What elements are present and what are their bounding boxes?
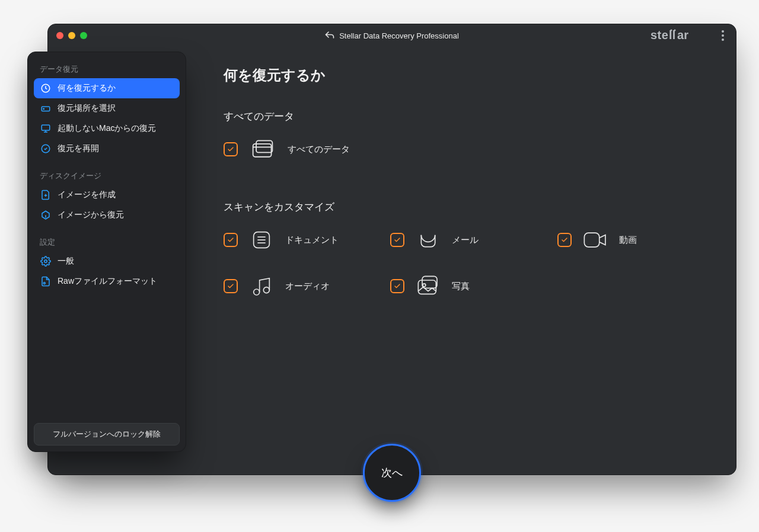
titlebar: Stellar Data Recovery Professional stell… <box>48 24 736 47</box>
unlock-button-label: フルバージョンへのロック解除 <box>53 429 161 440</box>
option-label: オーディオ <box>285 281 330 292</box>
sidebar-item-label: 何を復元するか <box>58 83 116 94</box>
option-label-all: すべてのデータ <box>288 144 350 155</box>
svg-point-10 <box>44 260 47 263</box>
option-label: メール <box>452 235 479 246</box>
svg-point-7 <box>43 108 44 110</box>
gear-icon <box>40 255 52 267</box>
window-controls <box>56 32 87 39</box>
unlock-full-version-button[interactable]: フルバージョンへのロック解除 <box>34 423 180 446</box>
svg-rect-21 <box>419 280 436 294</box>
svg-text:ar: ar <box>677 28 688 41</box>
mail-icon <box>415 227 441 253</box>
option-label: 動画 <box>619 235 637 246</box>
svg-text:ste: ste <box>650 28 668 41</box>
svg-rect-18 <box>584 233 599 247</box>
close-window-button[interactable] <box>56 32 63 39</box>
audio-icon <box>248 273 275 299</box>
checkbox-photo[interactable] <box>390 279 404 293</box>
option-label: 写真 <box>452 281 470 292</box>
checkbox-video[interactable] <box>557 233 572 247</box>
sidebar-item-what-to-recover[interactable]: 何を復元するか <box>34 78 180 98</box>
drive-icon <box>40 102 52 114</box>
sidebar-item-restore-from-image[interactable]: イメージから復元 <box>34 205 180 225</box>
option-mail: メール <box>390 227 545 253</box>
checkbox-mail[interactable] <box>390 233 404 247</box>
sidebar-item-raw-format[interactable]: Rawファイルフォーマット <box>34 271 180 291</box>
sidebar-item-label: イメージから復元 <box>58 210 124 220</box>
option-audio: オーディオ <box>224 273 378 299</box>
section-title-customize: スキャンをカスタマイズ <box>224 200 712 214</box>
sidebar-item-label: 一般 <box>58 256 74 267</box>
svg-point-22 <box>423 284 426 287</box>
option-photo: 写真 <box>390 273 545 299</box>
svg-point-3 <box>674 30 676 31</box>
checkbox-documents[interactable] <box>224 233 238 247</box>
sidebar-section-title: ディスクイメージ <box>34 167 180 185</box>
option-documents: ドキュメント <box>224 227 378 253</box>
next-button[interactable]: 次へ <box>363 444 421 502</box>
sidebar-item-label: イメージを作成 <box>58 190 116 200</box>
page-title: 何を復元するか <box>224 66 712 85</box>
sidebar-item-nonbooting-mac[interactable]: 起動しないMacからの復元 <box>34 118 180 139</box>
mac-monitor-icon <box>40 123 52 134</box>
sidebar-item-label: 復元場所を選択 <box>58 103 116 114</box>
sidebar-item-label: 起動しないMacからの復元 <box>58 123 156 134</box>
sidebar-section-title: 設定 <box>34 233 180 251</box>
svg-point-19 <box>254 289 260 295</box>
sidebar-item-resume-recovery[interactable]: 復元を再開 <box>34 139 180 159</box>
sidebar-section-title: データ復元 <box>34 60 180 78</box>
section-title-all-data: すべてのデータ <box>224 110 712 123</box>
resume-icon <box>40 143 52 155</box>
zoom-window-button[interactable] <box>80 32 87 39</box>
checkbox-audio[interactable] <box>224 279 238 293</box>
minimize-window-button[interactable] <box>68 32 75 39</box>
app-window: Stellar Data Recovery Professional stell… <box>47 24 736 475</box>
option-label: ドキュメント <box>285 235 339 246</box>
more-menu-button[interactable] <box>718 27 728 44</box>
window-title: Stellar Data Recovery Professional <box>339 31 459 40</box>
svg-point-20 <box>263 287 269 293</box>
sidebar-item-general-settings[interactable]: 一般 <box>34 251 180 271</box>
sidebar-item-label: 復元を再開 <box>58 143 99 154</box>
back-arrow-icon <box>325 31 334 41</box>
svg-point-11 <box>43 283 45 284</box>
raw-file-icon <box>40 275 52 287</box>
next-button-label: 次へ <box>381 466 403 480</box>
sidebar-item-create-image[interactable]: イメージを作成 <box>34 185 180 205</box>
checkbox-all-data[interactable] <box>224 142 238 156</box>
brand-logo: stellar <box>650 28 710 43</box>
document-icon <box>248 227 275 253</box>
restore-image-icon <box>40 209 52 221</box>
svg-point-2 <box>671 30 672 31</box>
folder-multi-icon <box>250 136 276 162</box>
restore-target-icon <box>40 82 52 94</box>
svg-rect-8 <box>42 125 50 130</box>
option-video: 動画 <box>557 227 712 253</box>
photo-icon <box>415 273 441 299</box>
sidebar: データ復元 何を復元するか 復元場所を選択 <box>27 52 186 452</box>
sidebar-item-select-location[interactable]: 復元場所を選択 <box>34 98 180 118</box>
video-icon <box>582 227 608 253</box>
main-content: 何を復元するか すべてのデータ すべてのデータ スキャンをカスタマイズ <box>202 54 736 463</box>
create-image-icon <box>40 189 52 201</box>
sidebar-item-label: Rawファイルフォーマット <box>58 276 157 287</box>
